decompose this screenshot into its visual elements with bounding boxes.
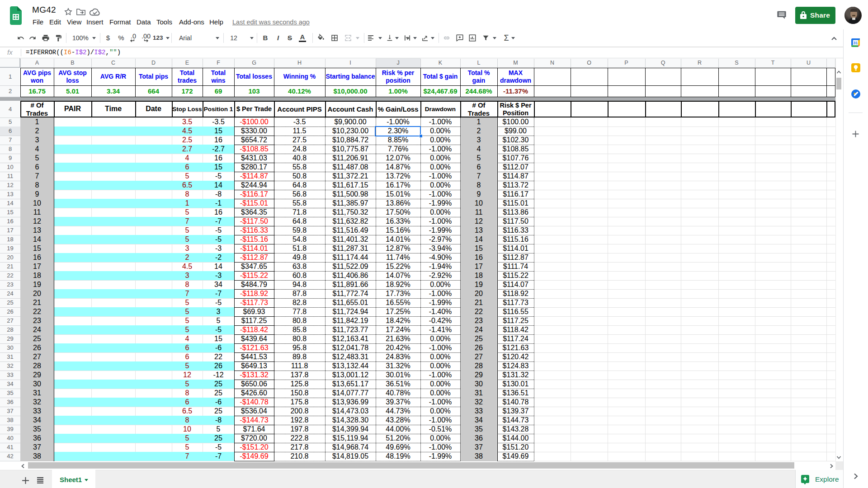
svg-text:31: 31 [854,41,858,45]
